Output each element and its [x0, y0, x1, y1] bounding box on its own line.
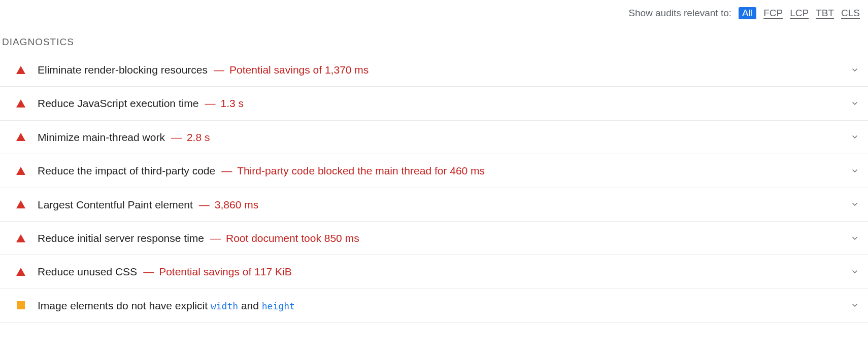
audit-row[interactable]: Reduce unused CSS—Potential savings of 1…	[0, 255, 868, 289]
audit-detail: 3,860 ms	[215, 199, 258, 210]
audit-detail: Third-party code blocked the main thread…	[237, 165, 485, 176]
audit-content: Reduce JavaScript execution time—1.3 s	[38, 96, 244, 111]
filter-option-tbt[interactable]: TBT	[816, 8, 834, 19]
audit-title: Reduce the impact of third-party code	[38, 165, 215, 176]
audit-content: Largest Contentful Paint element—3,860 m…	[38, 197, 258, 212]
audit-detail: 2.8 s	[187, 131, 210, 143]
audit-row[interactable]: Minimize main-thread work—2.8 s	[0, 121, 868, 154]
triangle-fail-icon	[15, 64, 26, 76]
audit-separator: —	[171, 131, 182, 143]
audit-title: Largest Contentful Paint element	[38, 199, 193, 210]
audit-title: Minimize main-thread work	[38, 131, 165, 143]
audit-content: Reduce unused CSS—Potential savings of 1…	[38, 264, 292, 279]
filter-option-fcp[interactable]: FCP	[763, 8, 783, 19]
audit-content: Minimize main-thread work—2.8 s	[38, 130, 210, 145]
triangle-fail-icon	[15, 199, 26, 210]
code-token: height	[262, 301, 295, 311]
audit-title: Reduce initial server response time	[38, 232, 204, 244]
chevron-down-icon	[850, 267, 860, 277]
section-header-diagnostics: DIAGNOSTICS	[0, 25, 868, 53]
audit-separator: —	[214, 64, 224, 76]
filter-option-cls[interactable]: CLS	[841, 8, 860, 19]
chevron-down-icon	[850, 199, 860, 209]
audit-title: Eliminate render-blocking resources	[38, 64, 208, 76]
audit-detail: 1.3 s	[221, 97, 244, 109]
audit-title-text: Image elements do not have explicit	[38, 300, 211, 311]
chevron-down-icon	[850, 300, 860, 310]
chevron-down-icon	[850, 98, 860, 109]
triangle-fail-icon	[15, 266, 26, 277]
chevron-down-icon	[850, 166, 860, 176]
audit-separator: —	[199, 199, 210, 210]
audit-title-text: and	[238, 300, 262, 311]
audit-detail: Potential savings of 117 KiB	[159, 266, 292, 277]
audit-title: Reduce unused CSS	[38, 266, 137, 277]
audit-row[interactable]: Reduce initial server response time—Root…	[0, 222, 868, 255]
code-token: width	[211, 301, 238, 311]
audit-row[interactable]: Image elements do not have explicit widt…	[0, 289, 868, 323]
audit-content: Reduce initial server response time—Root…	[38, 231, 359, 245]
audit-row[interactable]: Eliminate render-blocking resources—Pote…	[0, 53, 868, 87]
audit-separator: —	[143, 266, 154, 277]
filter-bar: Show audits relevant to: AllFCPLCPTBTCLS	[0, 4, 868, 25]
audit-row[interactable]: Largest Contentful Paint element—3,860 m…	[0, 188, 868, 222]
filter-options: AllFCPLCPTBTCLS	[739, 7, 860, 19]
chevron-down-icon	[850, 65, 860, 75]
audit-content: Reduce the impact of third-party code—Th…	[38, 163, 485, 178]
audit-row[interactable]: Reduce JavaScript execution time—1.3 s	[0, 87, 868, 120]
audit-detail: Root document took 850 ms	[226, 232, 359, 244]
audit-content: Eliminate render-blocking resources—Pote…	[38, 62, 369, 77]
audit-title: Reduce JavaScript execution time	[38, 97, 199, 109]
triangle-fail-icon	[15, 165, 26, 176]
filter-label: Show audits relevant to:	[628, 8, 731, 19]
audit-separator: —	[210, 232, 221, 244]
triangle-fail-icon	[15, 131, 26, 142]
audit-detail: Potential savings of 1,370 ms	[229, 64, 369, 76]
audit-separator: —	[221, 165, 232, 176]
chevron-down-icon	[850, 233, 860, 243]
audit-content: Image elements do not have explicit widt…	[38, 298, 295, 313]
audit-separator: —	[205, 97, 216, 109]
audit-row[interactable]: Reduce the impact of third-party code—Th…	[0, 154, 868, 188]
filter-option-lcp[interactable]: LCP	[790, 8, 809, 19]
chevron-down-icon	[850, 132, 860, 142]
square-warn-icon	[15, 300, 26, 311]
audit-list: Eliminate render-blocking resources—Pote…	[0, 53, 868, 323]
filter-option-all[interactable]: All	[739, 7, 756, 19]
triangle-fail-icon	[15, 98, 26, 109]
triangle-fail-icon	[15, 233, 26, 244]
